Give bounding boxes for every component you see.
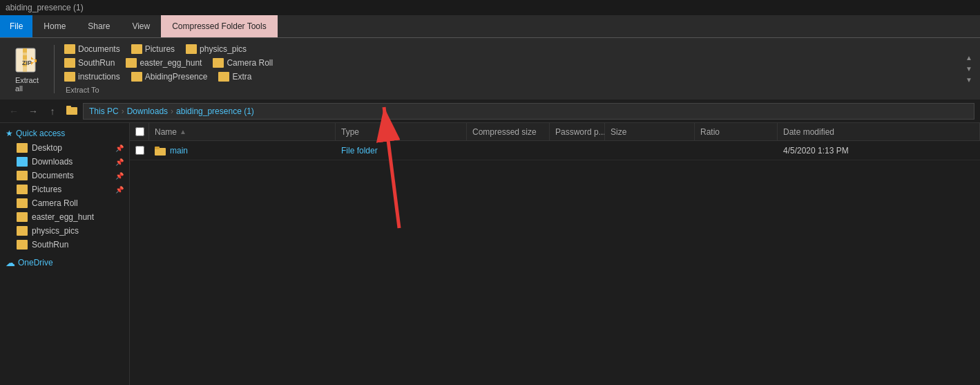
sort-arrow-icon: ▲ xyxy=(180,128,186,135)
col-header-ratio[interactable]: Ratio xyxy=(695,123,778,140)
col-header-compressed-size[interactable]: Compressed size xyxy=(467,123,550,140)
ribbon-folder-list: Documents Pictures physics_pics SouthRun… xyxy=(60,43,963,95)
ribbon-row-3: instructions AbidingPresence Extra xyxy=(60,71,963,83)
ribbon-content: ZIP Extractall Documents Pictures physic… xyxy=(0,37,980,100)
sidebar: ★ Quick access Desktop 📌 Downloads 📌 Doc… xyxy=(0,123,130,385)
quick-access-label: Quick access xyxy=(16,129,65,138)
sidebar-section-onedrive[interactable]: ☁ OneDrive xyxy=(0,254,129,271)
ribbon-item-extra[interactable]: Extra xyxy=(214,71,256,83)
sidebar-item-downloads[interactable]: Downloads 📌 xyxy=(0,155,129,169)
ribbon-item-pictures[interactable]: Pictures xyxy=(127,43,179,55)
row-type: File folder xyxy=(336,141,467,160)
row-name: main xyxy=(149,141,336,160)
folder-icon xyxy=(17,157,28,167)
ribbon-item-instructions[interactable]: instructions xyxy=(60,71,124,83)
star-icon: ★ xyxy=(6,129,13,138)
breadcrumb-downloads[interactable]: Downloads xyxy=(127,106,168,116)
ribbon-item-camera-roll[interactable]: Camera Roll xyxy=(209,57,277,69)
folder-icon xyxy=(64,58,75,68)
sidebar-item-label: Downloads xyxy=(32,157,73,167)
onedrive-label: OneDrive xyxy=(18,258,53,267)
sidebar-item-pictures[interactable]: Pictures 📌 xyxy=(0,182,129,196)
tab-share[interactable]: Share xyxy=(77,15,121,37)
folder-icon xyxy=(218,72,229,82)
breadcrumb: This PC › Downloads › abiding_presence (… xyxy=(83,103,974,120)
folder-icon xyxy=(17,171,28,180)
ribbon-tabs: File Home Share View Compressed Folder T… xyxy=(0,15,980,37)
title-bar: abiding_presence (1) xyxy=(0,0,980,15)
forward-button[interactable]: → xyxy=(25,103,41,120)
scroll-more-arrow[interactable]: ▼ xyxy=(963,75,974,86)
ribbon-item-abiding-presence[interactable]: AbidingPresence xyxy=(127,71,212,83)
scroll-down-arrow[interactable]: ▼ xyxy=(963,64,974,75)
sidebar-item-label: Desktop xyxy=(32,143,62,153)
main-layout: ★ Quick access Desktop 📌 Downloads 📌 Doc… xyxy=(0,123,980,385)
sidebar-item-camera-roll[interactable]: Camera Roll xyxy=(0,196,129,210)
title-text: abiding_presence (1) xyxy=(6,3,84,12)
sidebar-item-physics-pics[interactable]: physics_pics xyxy=(0,224,129,238)
col-header-type[interactable]: Type xyxy=(336,123,467,140)
folder-icon xyxy=(17,212,28,222)
extract-all-label: Extractall xyxy=(15,76,39,93)
ribbon-separator xyxy=(54,45,55,93)
table-row[interactable]: main File folder 4/5/2020 1:13 PM xyxy=(130,141,980,160)
row-date-modified: 4/5/2020 1:13 PM xyxy=(778,141,980,160)
back-button[interactable]: ← xyxy=(6,103,22,120)
tab-compressed-folder-tools[interactable]: Compressed Folder Tools xyxy=(161,15,278,37)
folder-icon xyxy=(17,198,28,208)
extract-all-button[interactable]: ZIP Extractall xyxy=(6,41,48,97)
cloud-icon: ☁ xyxy=(6,257,15,268)
pin-icon: 📌 xyxy=(115,158,124,166)
sidebar-item-documents[interactable]: Documents 📌 xyxy=(0,169,129,182)
ribbon-item-physics-pics[interactable]: physics_pics xyxy=(182,43,251,55)
up-button[interactable]: ↑ xyxy=(44,103,61,120)
sidebar-item-label: easter_egg_hunt xyxy=(32,212,94,222)
col-header-date-modified[interactable]: Date modified xyxy=(778,123,980,140)
sidebar-item-southrun[interactable]: SouthRun xyxy=(0,238,129,252)
folder-icon xyxy=(17,226,28,236)
folder-icon xyxy=(155,146,166,156)
col-header-password[interactable]: Password p... xyxy=(550,123,605,140)
pin-icon: 📌 xyxy=(115,144,124,152)
breadcrumb-sep-2: › xyxy=(171,106,173,116)
svg-rect-8 xyxy=(66,106,71,109)
tab-view[interactable]: View xyxy=(121,15,161,37)
ribbon-item-southrun[interactable]: SouthRun xyxy=(60,57,119,69)
folder-icon xyxy=(17,185,28,194)
row-compressed-size xyxy=(467,141,550,160)
sidebar-item-label: Camera Roll xyxy=(32,198,78,208)
ribbon-row-1: Documents Pictures physics_pics xyxy=(60,43,963,55)
nav-folder-icon xyxy=(66,105,77,117)
breadcrumb-abiding-presence[interactable]: abiding_presence (1) xyxy=(176,106,254,116)
folder-icon xyxy=(126,58,137,68)
sidebar-item-label: SouthRun xyxy=(32,240,68,250)
sidebar-item-desktop[interactable]: Desktop 📌 xyxy=(0,141,129,155)
ribbon-row-2: SouthRun easter_egg_hunt Camera Roll xyxy=(60,57,963,69)
sidebar-item-easter-egg-hunt[interactable]: easter_egg_hunt xyxy=(0,210,129,224)
folder-icon xyxy=(64,44,75,54)
folder-icon xyxy=(213,58,224,68)
sidebar-section-quick-access[interactable]: ★ Quick access xyxy=(0,126,129,141)
breadcrumb-sep-1: › xyxy=(122,106,124,116)
svg-text:ZIP: ZIP xyxy=(22,59,32,66)
row-checkbox[interactable] xyxy=(130,141,149,160)
sidebar-item-label: physics_pics xyxy=(32,226,79,236)
column-headers: Name ▲ Type Compressed size Password p..… xyxy=(130,123,980,141)
folder-icon xyxy=(64,72,75,82)
svg-rect-10 xyxy=(155,147,160,149)
folder-icon xyxy=(17,143,28,153)
breadcrumb-this-pc[interactable]: This PC xyxy=(89,106,119,116)
col-header-checkbox[interactable] xyxy=(130,123,149,140)
ribbon-item-documents[interactable]: Documents xyxy=(60,43,124,55)
scroll-up-arrow[interactable]: ▲ xyxy=(963,53,974,64)
tab-file[interactable]: File xyxy=(0,15,32,37)
svg-rect-2 xyxy=(23,48,27,53)
folder-icon xyxy=(17,240,28,250)
ribbon-item-easter-egg-hunt[interactable]: easter_egg_hunt xyxy=(122,57,206,69)
col-header-size[interactable]: Size xyxy=(605,123,695,140)
select-all-checkbox[interactable] xyxy=(135,127,144,136)
folder-icon xyxy=(131,72,142,82)
tab-home[interactable]: Home xyxy=(32,15,77,37)
row-select-checkbox[interactable] xyxy=(135,146,144,155)
col-header-name[interactable]: Name ▲ xyxy=(149,123,336,140)
